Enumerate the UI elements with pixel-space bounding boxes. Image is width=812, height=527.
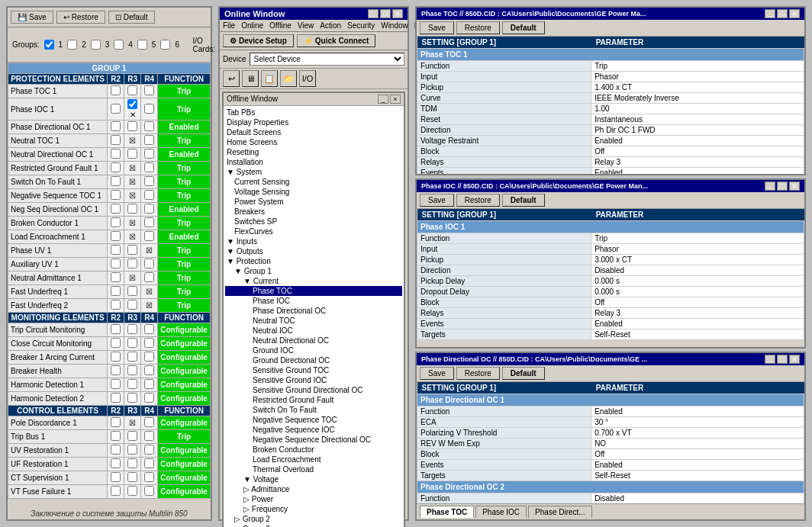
tree-item-thermal-overload[interactable]: Thermal Overload xyxy=(225,464,402,474)
default-button[interactable]: ⊡ Default xyxy=(108,11,155,24)
toc-restore[interactable]: Restore xyxy=(456,21,500,34)
tree-item-frequency[interactable]: ▷ Frequency xyxy=(225,504,402,514)
tab-phase-ioc[interactable]: Phase IOC xyxy=(475,506,527,518)
tree-item-restricted-gf[interactable]: Restricted Ground Fault xyxy=(225,395,402,405)
dir-row-pol-v: Polarizing V Threshold 0.700 x VT xyxy=(417,427,804,438)
menu-view[interactable]: View xyxy=(298,21,314,30)
dir-restore[interactable]: □ xyxy=(777,355,788,364)
dir-minimize[interactable]: _ xyxy=(765,355,775,364)
tab-phase-toc[interactable]: Phase TOC xyxy=(420,506,474,518)
nav-btn-2[interactable]: 🖥 xyxy=(242,70,259,87)
tree-item-voltage-sensing[interactable]: Voltage Sensing xyxy=(225,187,402,197)
tree-item-group1[interactable]: ▼ Group 1 xyxy=(225,266,402,276)
dir-default[interactable]: Default xyxy=(502,367,545,380)
tree-item-protection[interactable]: ▼ Protection xyxy=(225,256,402,266)
tree-item-ground-ioc[interactable]: Ground IOC xyxy=(225,345,402,355)
ioc-close[interactable]: × xyxy=(789,182,800,191)
restore-button[interactable]: ↩ Restore xyxy=(56,11,105,24)
tree-item-load-encroachment[interactable]: Load Encroachment xyxy=(225,455,402,464)
tree-item-switch-on-fault[interactable]: Switch On To Fault xyxy=(225,405,402,415)
offline-close[interactable]: × xyxy=(390,95,401,104)
maximize-btn[interactable]: □ xyxy=(380,9,391,18)
toc-minimize[interactable]: _ xyxy=(765,9,775,18)
tree-item-phase-ioc[interactable]: Phase IOC xyxy=(225,296,402,306)
dir-close[interactable]: × xyxy=(789,355,800,364)
tree-item-display[interactable]: Display Properties xyxy=(225,117,402,127)
menu-file[interactable]: File xyxy=(223,21,235,30)
dir-save[interactable]: Save xyxy=(420,367,454,380)
quick-connect-button[interactable]: ⚡ Quick Connect xyxy=(297,34,376,47)
tree-item-power-system[interactable]: Power System xyxy=(225,197,402,207)
group5-check[interactable] xyxy=(137,40,147,50)
menu-action[interactable]: Action xyxy=(320,21,341,30)
tree-item-neutral-ioc[interactable]: Neutral IOC xyxy=(225,326,402,336)
dir-restore-btn[interactable]: Restore xyxy=(456,367,500,380)
toc-save[interactable]: Save xyxy=(420,21,454,34)
ioc-default[interactable]: Default xyxy=(502,194,545,207)
tree-item-tab-pbs[interactable]: Tab PBs xyxy=(225,108,402,117)
tree-item-broken-conductor[interactable]: Broken Conductor xyxy=(225,445,402,455)
tree-item-system[interactable]: ▼ System xyxy=(225,167,402,177)
tree-item-neutral-toc[interactable]: Neutral TOC xyxy=(225,316,402,326)
tree-item-installation[interactable]: Installation xyxy=(225,157,402,167)
tree-item-admittance[interactable]: ▷ Admittance xyxy=(225,484,402,494)
tree-item-ground-dir-oc[interactable]: Ground Directional OC xyxy=(225,355,402,365)
tree-item-switches-sp[interactable]: Switches SP xyxy=(225,217,402,227)
menu-security[interactable]: Security xyxy=(347,21,375,30)
tree-item-resetting[interactable]: Resetting xyxy=(225,147,402,157)
device-setup-button[interactable]: ⚙ Device Setup xyxy=(223,34,294,47)
tree-item-group3[interactable]: ▷ Group 3 xyxy=(225,524,402,527)
tree-item-voltage[interactable]: ▼ Voltage xyxy=(225,474,402,484)
group4-check[interactable] xyxy=(114,40,124,50)
tree-item-sensitive-ground-toc[interactable]: Sensitive Ground TOC xyxy=(225,365,402,375)
ioc-minimize[interactable]: _ xyxy=(765,182,775,191)
group6-check[interactable] xyxy=(160,40,170,50)
toc-close[interactable]: × xyxy=(789,9,800,18)
close-btn[interactable]: × xyxy=(392,9,403,18)
ioc-save[interactable]: Save xyxy=(420,194,454,207)
menu-window[interactable]: Window xyxy=(381,21,408,30)
tree-item-default-screens[interactable]: Default Screens xyxy=(225,127,402,137)
offline-minimize[interactable]: _ xyxy=(378,95,388,104)
menu-online[interactable]: Online xyxy=(241,21,263,30)
nav-btn-4[interactable]: 📁 xyxy=(280,70,297,87)
group3-check[interactable] xyxy=(91,40,101,50)
table-row: Breaker Health Configurable xyxy=(8,365,211,378)
tree-item-phase-dir-oc[interactable]: Phase Directional OC xyxy=(225,306,402,316)
ioc-scroll: SETTING [GROUP 1] PARAMETER Phase IOC 1 … xyxy=(417,209,804,346)
tree-item-neg-seq-ioc[interactable]: Negative Sequence IOC xyxy=(225,425,402,435)
tree-item-current[interactable]: ▼ Current xyxy=(225,276,402,286)
tree-item-outputs[interactable]: ▼ Outputs xyxy=(225,246,402,256)
table-row: Fast Underfreq 1 ☒ Trip xyxy=(8,285,211,299)
menu-offline[interactable]: Offline xyxy=(269,21,292,30)
tree-item-neg-seq-dir[interactable]: Negative Sequence Directional OC xyxy=(225,435,402,445)
tree-item-sensitive-ground-dir[interactable]: Sensitive Ground Directional OC xyxy=(225,385,402,395)
tree-item-power[interactable]: ▷ Power xyxy=(225,494,402,504)
toc-default[interactable]: Default xyxy=(502,21,545,34)
ioc-maximize[interactable]: □ xyxy=(777,182,788,191)
toc-maximize[interactable]: □ xyxy=(777,9,788,18)
tree-item-current-sensing[interactable]: Current Sensing xyxy=(225,177,402,187)
tree-item-breakers[interactable]: Breakers xyxy=(225,207,402,217)
nav-btn-3[interactable]: 📋 xyxy=(261,70,278,87)
table-row: Breaker 1 Arcing Current Configurable xyxy=(8,351,211,365)
table-row: Harmonic Detection 2 Configurable xyxy=(8,392,211,406)
tree-item-home-screens[interactable]: Home Screens xyxy=(225,137,402,147)
tab-phase-direct[interactable]: Phase Direct... xyxy=(528,506,592,518)
io-btn[interactable]: I/O xyxy=(299,70,316,87)
group2-check[interactable] xyxy=(67,40,77,50)
dir-setting-header: SETTING [GROUP 1] xyxy=(417,382,591,394)
tree-item-neutral-dir-oc[interactable]: Neutral Directional OC xyxy=(225,336,402,345)
tree-item-phase-toc[interactable]: Phase TOC xyxy=(225,286,402,296)
tree-item-neg-seq-toc[interactable]: Negative Sequence TOC xyxy=(225,415,402,425)
tree-item-inputs[interactable]: ▼ Inputs xyxy=(225,236,402,246)
tree-item-group2[interactable]: ▷ Group 2 xyxy=(225,514,402,524)
nav-btn-1[interactable]: ↩ xyxy=(223,70,240,87)
tree-item-flexcurves[interactable]: FlexCurves xyxy=(225,227,402,236)
ioc-restore[interactable]: Restore xyxy=(456,194,500,207)
device-select[interactable]: Select Device xyxy=(250,53,404,66)
save-button[interactable]: 💾 Save xyxy=(11,11,53,24)
group-check[interactable] xyxy=(44,40,54,50)
tree-item-sensitive-ground-ioc[interactable]: Sensitive Ground IOC xyxy=(225,375,402,385)
minimize-btn[interactable]: _ xyxy=(368,9,379,18)
